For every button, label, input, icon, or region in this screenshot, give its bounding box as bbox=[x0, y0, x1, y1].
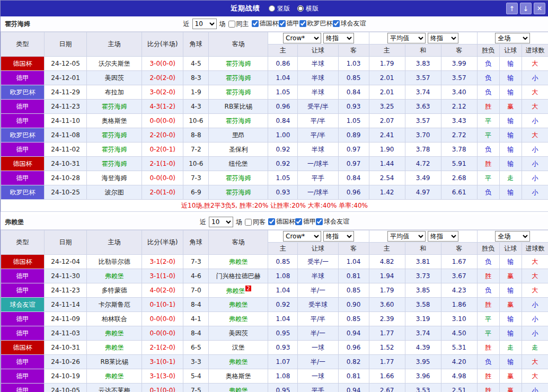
col-odds-handicap: 让球 bbox=[298, 243, 338, 255]
league-checkbox[interactable] bbox=[316, 218, 323, 225]
odds-company-select[interactable]: Crow* bbox=[283, 33, 321, 43]
league-filter[interactable]: 欧罗巴杯 bbox=[299, 19, 333, 28]
league-checkbox[interactable] bbox=[295, 218, 302, 225]
move-up-button[interactable]: ↑ bbox=[506, 3, 518, 14]
away-team-cell: 纽伦堡 bbox=[209, 157, 268, 171]
match-date-cell: 24-10-31 bbox=[45, 157, 87, 171]
match-row: 德甲24-11-10奥格斯堡0-0(0-0)10-6霍芬海姆0.84平/半1.0… bbox=[1, 114, 548, 128]
away-odds-cell: 0.93 bbox=[338, 100, 369, 114]
away-team-cell: 汉堡 bbox=[209, 341, 268, 355]
col-avg-draw: 和 bbox=[405, 243, 441, 255]
odds-time-select[interactable]: 终指 bbox=[323, 33, 354, 43]
goals-result-cell: 大 bbox=[522, 85, 548, 100]
match-date-cell: 24-11-03 bbox=[45, 326, 87, 341]
odds-company-select[interactable]: Crow* bbox=[283, 231, 321, 242]
result-cell: 胜 bbox=[477, 341, 499, 355]
avg-away-cell: 2.51 bbox=[441, 384, 477, 392]
home-odds-cell: 0.93 bbox=[268, 185, 298, 200]
filter-controls: 近 10 场 同主 德国杯德甲欧罗巴杯球会友谊 bbox=[183, 19, 366, 29]
vertical-radio[interactable] bbox=[269, 5, 275, 12]
horizontal-radio[interactable] bbox=[297, 5, 304, 12]
same-venue-filter[interactable]: 同客 bbox=[245, 218, 266, 227]
avg-draw-cell: 3.73 bbox=[405, 269, 441, 283]
team-filter-bar: 弗赖堡 近 10 场 同客 德国杯德甲球会友谊 bbox=[1, 215, 548, 230]
goals-result-cell: 大 bbox=[522, 355, 548, 369]
avg-time-select[interactable]: 终指 bbox=[428, 33, 458, 43]
league-filter[interactable]: 德国杯 bbox=[252, 19, 279, 28]
league-filter[interactable]: 德甲 bbox=[295, 217, 316, 226]
handicap-result-cell: 输 bbox=[499, 283, 522, 298]
league-checkbox[interactable] bbox=[268, 218, 275, 225]
layout-option-vertical[interactable]: 竖版 bbox=[269, 4, 290, 13]
away-team-cell: 弗赖堡 bbox=[209, 384, 268, 392]
same-venue-checkbox[interactable] bbox=[245, 219, 252, 226]
scope-select[interactable]: 全场 bbox=[495, 33, 530, 43]
league-checkbox[interactable] bbox=[333, 20, 340, 27]
score-cell: 2-1(2-0) bbox=[142, 341, 183, 355]
league-filter[interactable]: 德国杯 bbox=[268, 217, 295, 226]
avg-select-cell: 平均值 终指 bbox=[369, 32, 477, 44]
avg-time-select[interactable]: 终指 bbox=[428, 231, 458, 242]
away-team-cell: 弗赖堡 bbox=[209, 298, 268, 312]
handicap-cell: 一/球半 bbox=[298, 157, 338, 171]
corner-cell: 4-6 bbox=[183, 269, 209, 283]
col-odds-away: 客 bbox=[338, 243, 369, 255]
match-count-select[interactable]: 10 bbox=[192, 19, 217, 29]
col-odds-home: 主 bbox=[268, 44, 298, 57]
match-date-cell: 24-10-19 bbox=[45, 369, 87, 384]
avg-draw-cell: 3.63 bbox=[405, 100, 441, 114]
avg-draw-cell: 4.72 bbox=[405, 157, 441, 171]
score-cell: 3-1(1-0) bbox=[142, 269, 183, 283]
league-checkbox[interactable] bbox=[299, 20, 306, 27]
corner-cell: 8-3 bbox=[183, 71, 209, 85]
away-team-cell: 圣保利 bbox=[209, 142, 268, 157]
handicap-result-cell: 输 bbox=[499, 326, 522, 341]
match-row: 欧罗巴杯24-11-29布拉加3-0(2-0)1-9霍芬海姆1.05半球0.84… bbox=[1, 85, 548, 100]
match-row: 德甲24-11-23多特蒙德4-0(2-0)7-0弗赖堡21.04半/一0.85… bbox=[1, 283, 548, 298]
away-team-cell: RB莱比锡 bbox=[209, 100, 268, 114]
col-handicap-result: 让球 bbox=[499, 44, 522, 57]
same-venue-checkbox[interactable] bbox=[228, 21, 235, 28]
avg-home-cell: 2.01 bbox=[369, 85, 405, 100]
league-filter[interactable]: 德甲 bbox=[279, 19, 299, 28]
col-corner: 角球 bbox=[183, 230, 209, 255]
away-team-cell: 奥格斯堡 bbox=[209, 369, 268, 384]
corner-cell: 6-9 bbox=[183, 185, 209, 200]
match-count-select[interactable]: 10 bbox=[209, 217, 233, 227]
match-row: 德甲24-11-23霍芬海姆4-3(1-2)4-3RB莱比锡0.96受平/半0.… bbox=[1, 100, 548, 114]
result-cell: 负 bbox=[477, 355, 499, 369]
away-odds-cell: 0.81 bbox=[338, 369, 369, 384]
odds-time-select[interactable]: 终指 bbox=[323, 231, 354, 242]
corner-cell: 7-3 bbox=[183, 171, 209, 185]
col-result: 胜负 bbox=[477, 243, 499, 255]
corner-cell: 4-3 bbox=[183, 100, 209, 114]
score-cell: 3-0(2-0) bbox=[142, 85, 183, 100]
league-filter[interactable]: 球会友谊 bbox=[333, 19, 366, 28]
avg-select[interactable]: 平均值 bbox=[387, 231, 426, 242]
move-down-button[interactable]: ↓ bbox=[520, 3, 532, 14]
goals-result-cell: 小 bbox=[522, 185, 548, 200]
layout-option-horizontal[interactable]: 横版 bbox=[297, 4, 319, 13]
handicap-result-cell: 走 bbox=[499, 341, 522, 355]
home-odds-cell: 0.96 bbox=[268, 100, 298, 114]
result-cell: 平 bbox=[477, 326, 499, 341]
goals-result-cell: 小 bbox=[522, 114, 548, 128]
avg-draw-cell: 3.74 bbox=[405, 326, 441, 341]
same-venue-filter[interactable]: 同主 bbox=[228, 20, 249, 29]
vertical-radio-label: 竖版 bbox=[277, 4, 290, 13]
avg-draw-cell: 3.78 bbox=[405, 142, 441, 157]
result-cell: 负 bbox=[477, 85, 499, 100]
goals-result-cell: 小 bbox=[522, 71, 548, 85]
summary-row: 近10场,胜2平3负5, 胜率:20% 让胜率:20% 大率:40% 单率:40… bbox=[1, 200, 548, 212]
handicap-result-cell: 输 bbox=[499, 57, 522, 71]
league-checkbox[interactable] bbox=[252, 20, 259, 27]
scope-select[interactable]: 全场 bbox=[495, 231, 530, 242]
league-filter[interactable]: 球会友谊 bbox=[316, 217, 349, 226]
avg-away-cell: 3.40 bbox=[441, 85, 477, 100]
close-button[interactable]: ✕ bbox=[534, 3, 545, 14]
avg-select[interactable]: 平均值 bbox=[387, 33, 426, 43]
corner-cell: 10-6 bbox=[183, 114, 209, 128]
away-odds-cell: 0.84 bbox=[338, 85, 369, 100]
handicap-cell: 半/一 bbox=[298, 326, 338, 341]
league-checkbox[interactable] bbox=[279, 20, 286, 27]
